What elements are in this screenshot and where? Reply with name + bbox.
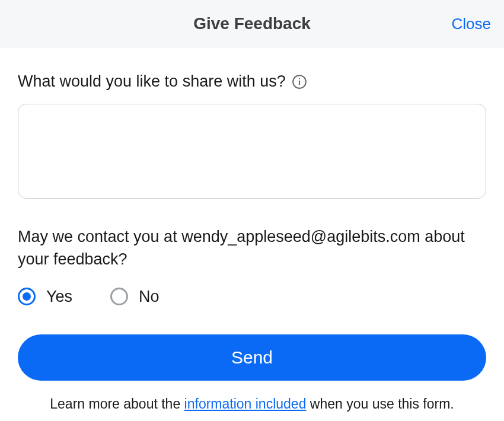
dialog-header: Give Feedback Close xyxy=(0,0,504,47)
radio-no-label: No xyxy=(139,288,160,306)
dialog-title: Give Feedback xyxy=(193,14,311,33)
radio-no-option[interactable]: No xyxy=(110,288,160,306)
close-button[interactable]: Close xyxy=(452,14,491,33)
radio-yes-label: Yes xyxy=(46,288,72,306)
svg-point-2 xyxy=(299,78,300,79)
feedback-textarea[interactable] xyxy=(18,104,486,199)
learn-more-prefix: Learn more about the xyxy=(50,396,184,412)
dialog-content: What would you like to share with us? Ma… xyxy=(0,47,504,412)
contact-question-label: May we contact you at wendy_appleseed@ag… xyxy=(18,226,486,271)
learn-more-text: Learn more about the information include… xyxy=(18,396,486,412)
learn-more-suffix: when you use this form. xyxy=(306,396,454,412)
radio-no-circle xyxy=(110,288,128,305)
radio-yes-dot xyxy=(23,292,31,301)
contact-radio-group: Yes No xyxy=(18,288,486,306)
share-question-label: What would you like to share with us? xyxy=(18,72,286,91)
radio-yes-circle xyxy=(18,288,36,305)
info-icon[interactable] xyxy=(292,74,307,90)
share-label-row: What would you like to share with us? xyxy=(18,72,486,91)
radio-yes-option[interactable]: Yes xyxy=(18,288,72,306)
send-button[interactable]: Send xyxy=(18,334,486,381)
information-included-link[interactable]: information included xyxy=(184,396,307,412)
